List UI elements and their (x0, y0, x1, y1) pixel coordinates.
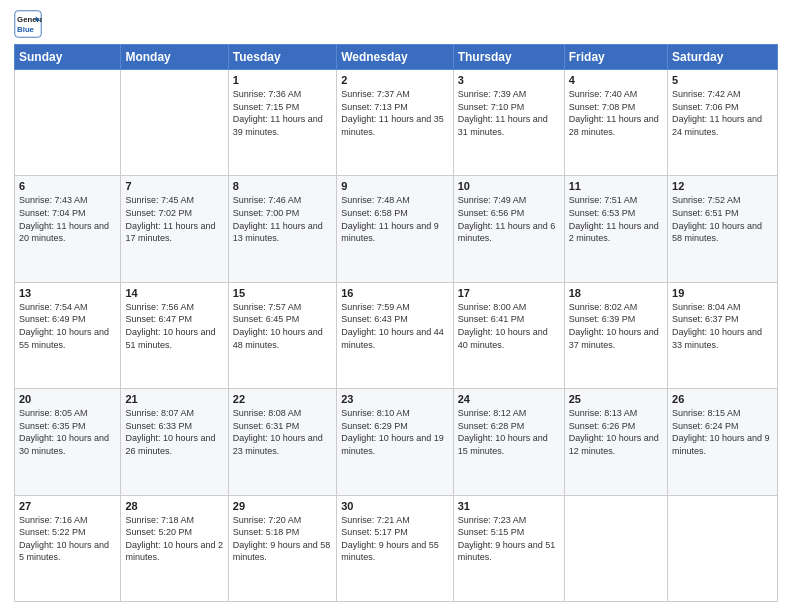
day-header-wednesday: Wednesday (337, 45, 454, 70)
day-info: Sunrise: 7:46 AM Sunset: 7:00 PM Dayligh… (233, 194, 332, 244)
calendar-cell: 20Sunrise: 8:05 AM Sunset: 6:35 PM Dayli… (15, 389, 121, 495)
day-number: 12 (672, 180, 773, 192)
day-info: Sunrise: 7:43 AM Sunset: 7:04 PM Dayligh… (19, 194, 116, 244)
calendar-cell: 18Sunrise: 8:02 AM Sunset: 6:39 PM Dayli… (564, 282, 667, 388)
page: General Blue SundayMondayTuesdayWednesda… (0, 0, 792, 612)
day-info: Sunrise: 7:45 AM Sunset: 7:02 PM Dayligh… (125, 194, 223, 244)
week-row-2: 6Sunrise: 7:43 AM Sunset: 7:04 PM Daylig… (15, 176, 778, 282)
calendar-cell: 16Sunrise: 7:59 AM Sunset: 6:43 PM Dayli… (337, 282, 454, 388)
calendar-cell (121, 70, 228, 176)
calendar-cell: 29Sunrise: 7:20 AM Sunset: 5:18 PM Dayli… (228, 495, 336, 601)
week-row-1: 1Sunrise: 7:36 AM Sunset: 7:15 PM Daylig… (15, 70, 778, 176)
day-header-tuesday: Tuesday (228, 45, 336, 70)
day-header-thursday: Thursday (453, 45, 564, 70)
day-number: 24 (458, 393, 560, 405)
calendar-cell: 23Sunrise: 8:10 AM Sunset: 6:29 PM Dayli… (337, 389, 454, 495)
day-number: 4 (569, 74, 663, 86)
day-number: 1 (233, 74, 332, 86)
day-info: Sunrise: 7:52 AM Sunset: 6:51 PM Dayligh… (672, 194, 773, 244)
day-info: Sunrise: 8:15 AM Sunset: 6:24 PM Dayligh… (672, 407, 773, 457)
calendar-cell: 5Sunrise: 7:42 AM Sunset: 7:06 PM Daylig… (668, 70, 778, 176)
calendar-cell (564, 495, 667, 601)
calendar-cell: 4Sunrise: 7:40 AM Sunset: 7:08 PM Daylig… (564, 70, 667, 176)
calendar-header-row: SundayMondayTuesdayWednesdayThursdayFrid… (15, 45, 778, 70)
day-number: 26 (672, 393, 773, 405)
day-number: 11 (569, 180, 663, 192)
day-info: Sunrise: 7:20 AM Sunset: 5:18 PM Dayligh… (233, 514, 332, 564)
day-info: Sunrise: 8:10 AM Sunset: 6:29 PM Dayligh… (341, 407, 449, 457)
calendar-cell: 25Sunrise: 8:13 AM Sunset: 6:26 PM Dayli… (564, 389, 667, 495)
calendar-cell: 8Sunrise: 7:46 AM Sunset: 7:00 PM Daylig… (228, 176, 336, 282)
day-info: Sunrise: 8:00 AM Sunset: 6:41 PM Dayligh… (458, 301, 560, 351)
day-number: 5 (672, 74, 773, 86)
day-info: Sunrise: 7:54 AM Sunset: 6:49 PM Dayligh… (19, 301, 116, 351)
day-number: 31 (458, 500, 560, 512)
calendar-cell: 28Sunrise: 7:18 AM Sunset: 5:20 PM Dayli… (121, 495, 228, 601)
day-number: 13 (19, 287, 116, 299)
day-info: Sunrise: 8:04 AM Sunset: 6:37 PM Dayligh… (672, 301, 773, 351)
calendar-cell: 10Sunrise: 7:49 AM Sunset: 6:56 PM Dayli… (453, 176, 564, 282)
day-number: 29 (233, 500, 332, 512)
calendar-table: SundayMondayTuesdayWednesdayThursdayFrid… (14, 44, 778, 602)
day-header-friday: Friday (564, 45, 667, 70)
day-info: Sunrise: 8:02 AM Sunset: 6:39 PM Dayligh… (569, 301, 663, 351)
day-header-sunday: Sunday (15, 45, 121, 70)
logo: General Blue (14, 10, 45, 38)
day-info: Sunrise: 7:42 AM Sunset: 7:06 PM Dayligh… (672, 88, 773, 138)
day-info: Sunrise: 7:57 AM Sunset: 6:45 PM Dayligh… (233, 301, 332, 351)
day-info: Sunrise: 7:18 AM Sunset: 5:20 PM Dayligh… (125, 514, 223, 564)
day-number: 6 (19, 180, 116, 192)
calendar-cell: 2Sunrise: 7:37 AM Sunset: 7:13 PM Daylig… (337, 70, 454, 176)
calendar-cell: 26Sunrise: 8:15 AM Sunset: 6:24 PM Dayli… (668, 389, 778, 495)
calendar-cell: 11Sunrise: 7:51 AM Sunset: 6:53 PM Dayli… (564, 176, 667, 282)
day-info: Sunrise: 8:07 AM Sunset: 6:33 PM Dayligh… (125, 407, 223, 457)
day-info: Sunrise: 8:08 AM Sunset: 6:31 PM Dayligh… (233, 407, 332, 457)
day-info: Sunrise: 8:05 AM Sunset: 6:35 PM Dayligh… (19, 407, 116, 457)
day-number: 27 (19, 500, 116, 512)
day-header-monday: Monday (121, 45, 228, 70)
day-number: 19 (672, 287, 773, 299)
calendar-cell: 15Sunrise: 7:57 AM Sunset: 6:45 PM Dayli… (228, 282, 336, 388)
calendar-cell: 3Sunrise: 7:39 AM Sunset: 7:10 PM Daylig… (453, 70, 564, 176)
calendar-cell: 27Sunrise: 7:16 AM Sunset: 5:22 PM Dayli… (15, 495, 121, 601)
day-number: 3 (458, 74, 560, 86)
calendar-cell: 22Sunrise: 8:08 AM Sunset: 6:31 PM Dayli… (228, 389, 336, 495)
day-info: Sunrise: 7:56 AM Sunset: 6:47 PM Dayligh… (125, 301, 223, 351)
day-number: 16 (341, 287, 449, 299)
day-number: 28 (125, 500, 223, 512)
week-row-5: 27Sunrise: 7:16 AM Sunset: 5:22 PM Dayli… (15, 495, 778, 601)
day-number: 8 (233, 180, 332, 192)
day-info: Sunrise: 7:51 AM Sunset: 6:53 PM Dayligh… (569, 194, 663, 244)
day-number: 22 (233, 393, 332, 405)
day-info: Sunrise: 7:36 AM Sunset: 7:15 PM Dayligh… (233, 88, 332, 138)
calendar-cell: 30Sunrise: 7:21 AM Sunset: 5:17 PM Dayli… (337, 495, 454, 601)
calendar-cell: 6Sunrise: 7:43 AM Sunset: 7:04 PM Daylig… (15, 176, 121, 282)
day-number: 23 (341, 393, 449, 405)
day-number: 18 (569, 287, 663, 299)
week-row-4: 20Sunrise: 8:05 AM Sunset: 6:35 PM Dayli… (15, 389, 778, 495)
day-number: 2 (341, 74, 449, 86)
calendar-cell: 21Sunrise: 8:07 AM Sunset: 6:33 PM Dayli… (121, 389, 228, 495)
calendar-cell: 31Sunrise: 7:23 AM Sunset: 5:15 PM Dayli… (453, 495, 564, 601)
calendar-cell: 14Sunrise: 7:56 AM Sunset: 6:47 PM Dayli… (121, 282, 228, 388)
day-info: Sunrise: 7:23 AM Sunset: 5:15 PM Dayligh… (458, 514, 560, 564)
day-info: Sunrise: 7:48 AM Sunset: 6:58 PM Dayligh… (341, 194, 449, 244)
day-number: 25 (569, 393, 663, 405)
calendar-cell: 12Sunrise: 7:52 AM Sunset: 6:51 PM Dayli… (668, 176, 778, 282)
calendar-cell: 19Sunrise: 8:04 AM Sunset: 6:37 PM Dayli… (668, 282, 778, 388)
svg-text:Blue: Blue (17, 25, 35, 34)
day-number: 17 (458, 287, 560, 299)
calendar-cell (668, 495, 778, 601)
calendar-cell: 7Sunrise: 7:45 AM Sunset: 7:02 PM Daylig… (121, 176, 228, 282)
day-info: Sunrise: 7:16 AM Sunset: 5:22 PM Dayligh… (19, 514, 116, 564)
day-number: 30 (341, 500, 449, 512)
day-number: 20 (19, 393, 116, 405)
logo-icon: General Blue (14, 10, 42, 38)
calendar-cell: 9Sunrise: 7:48 AM Sunset: 6:58 PM Daylig… (337, 176, 454, 282)
day-number: 21 (125, 393, 223, 405)
day-info: Sunrise: 7:39 AM Sunset: 7:10 PM Dayligh… (458, 88, 560, 138)
day-number: 7 (125, 180, 223, 192)
day-info: Sunrise: 7:40 AM Sunset: 7:08 PM Dayligh… (569, 88, 663, 138)
header: General Blue (14, 10, 778, 38)
day-number: 10 (458, 180, 560, 192)
